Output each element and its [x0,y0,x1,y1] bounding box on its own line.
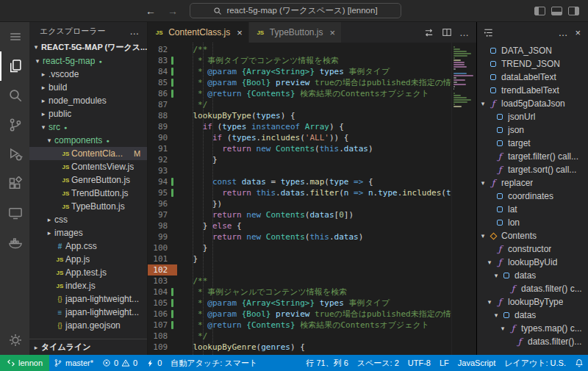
activity-search[interactable] [0,81,29,110]
git-branch-item[interactable]: master* [49,355,98,371]
outline-item-trendlabeltext[interactable]: trendLabelText [477,84,588,97]
outline-item-json[interactable]: json [477,123,588,137]
outline-item-lookupbyuid[interactable]: ▾ƒlookupByUid [477,256,588,269]
tree-item-vscode[interactable]: ▸.vscode [29,68,147,81]
close-icon[interactable]: × [330,28,336,37]
outline-item-datas-filter-c[interactable]: ƒdatas.filter() c... [477,282,588,295]
outline-item-lookupbytype[interactable]: ▾ƒlookupByType [477,295,588,309]
tree-item-contentcla[interactable]: JSContentCla...M [29,147,147,160]
tree-item-build[interactable]: ▸build [29,81,147,94]
tab-contentclass-js[interactable]: JS ContentClass.js × [148,22,248,43]
outline-item-replacer[interactable]: ▾ƒreplacer [477,176,588,190]
split-editor-icon[interactable] [442,27,452,37]
activity-run-debug[interactable] [0,140,29,169]
tree-item-app-css[interactable]: #App.css [29,239,147,253]
encoding-item[interactable]: UTF-8 [404,355,435,371]
settings-button[interactable] [0,325,29,355]
indentation-item[interactable]: スペース: 2 [353,355,404,371]
ports-item[interactable]: 0 [142,355,166,371]
toggle-primary-sidebar-button[interactable] [534,7,545,15]
outline-item-types-map-c[interactable]: ▾ƒtypes.map() c... [477,322,588,335]
workspace-root-header[interactable]: ▾ REACT-5G-MAP (ワークス... [29,40,147,54]
timeline-section-header[interactable]: ▸ タイムライン [29,339,147,355]
line-number[interactable]: 96 [148,198,177,209]
line-number[interactable]: 88 [148,110,177,121]
line-number[interactable]: 84 [148,66,177,77]
open-changes-icon[interactable] [423,27,434,38]
tree-item-public[interactable]: ▸public [29,107,147,120]
line-number[interactable]: 83 [148,55,177,66]
activity-explorer[interactable] [0,51,29,81]
command-center[interactable]: react-5g-map (ワークスペース) [lennon] [190,3,401,18]
line-number[interactable]: 95 [148,187,177,198]
outline-item-data-json[interactable]: DATA_JSON [477,44,588,57]
outline-item-lon[interactable]: lon [477,216,588,229]
line-number[interactable]: 94 [148,176,177,187]
minimap[interactable] [451,43,476,355]
tree-item-components[interactable]: ▾components● [29,134,147,147]
problems-item[interactable]: 0 0 [98,355,142,371]
notifications-bell[interactable] [570,355,588,371]
line-number[interactable]: 87 [148,99,177,110]
tree-item-app-test-js[interactable]: JSApp.test.js [29,266,147,279]
outline-item-datas-filter[interactable]: ƒdatas.filter()... [477,335,588,348]
outline-item-trend-json[interactable]: TREND_JSON [477,57,588,71]
line-number[interactable]: 105 [148,298,177,309]
cursor-position-item[interactable]: 行 71、列 6 [301,355,352,371]
line-number[interactable]: 106 [148,309,177,320]
tab-typebutton-js[interactable]: JS TypeButton.js × [249,22,341,43]
line-number[interactable]: 102 [148,264,177,275]
line-number[interactable]: 108 [148,331,177,342]
outline-item-datas[interactable]: ▾datas [477,309,588,322]
line-number[interactable]: 109 [148,342,177,353]
auto-attach-item[interactable]: 自動アタッチ: スマート [166,355,262,371]
outline-item-jsonurl[interactable]: jsonUrl [477,110,588,123]
outline-item-datalabeltext[interactable]: dataLabelText [477,71,588,84]
tree-item-src[interactable]: ▾src● [29,120,147,134]
more-actions-icon[interactable]: … [459,27,469,38]
line-number[interactable]: 98 [148,220,177,231]
gutter[interactable]: 8283848586878889909192939495969798991001… [148,43,177,355]
line-number[interactable]: 104 [148,287,177,298]
activity-docker[interactable] [0,228,29,257]
outline-item-constructor[interactable]: ƒconstructor [477,242,588,256]
toggle-panel-button[interactable] [551,7,562,15]
outline-item-target-sort-call[interactable]: ƒtarget.sort() call... [477,163,588,176]
editor[interactable]: 8283848586878889909192939495969798991001… [148,43,476,355]
tree-item-css[interactable]: ▸css [29,213,147,226]
line-number[interactable]: 86 [148,88,177,99]
history-forward-button[interactable]: → [168,6,178,16]
tree-item-images[interactable]: ▸images [29,226,147,239]
line-number[interactable]: 97 [148,209,177,220]
tree-item-index-js[interactable]: JSindex.js [29,279,147,292]
toggle-secondary-sidebar-button[interactable] [568,7,579,15]
close-icon[interactable]: × [237,28,243,37]
tree-item-node-modules[interactable]: ▸node_modules [29,94,147,107]
activity-extensions[interactable] [0,169,29,198]
line-number[interactable]: 90 [148,132,177,143]
outline-item-target-filter-call[interactable]: ƒtarget.filter() call... [477,150,588,163]
outline-item-contents[interactable]: ▾Contents [477,229,588,242]
tree-item-app-js[interactable]: JSApp.js [29,253,147,266]
tree-item-japan-lightweight[interactable]: {}japan-lightweight... [29,292,147,306]
tree-item-trendbutton-js[interactable]: JSTrendButton.js [29,187,147,200]
eol-item[interactable]: LF [435,355,453,371]
keyboard-layout-item[interactable]: レイアウト: U.S. [500,355,570,371]
tree-item-japan-lightweight[interactable]: ≡japan-lightweight... [29,306,147,319]
tree-item-japan-geojson[interactable]: {}japan.geojson [29,319,147,332]
line-number[interactable]: 99 [148,231,177,242]
code-area[interactable]: /** * 事例タイプでコンテンツ情報を検索 * @param {Array<S… [177,43,451,355]
outline-item-load5gdatajson[interactable]: ▾ƒload5gDataJson [477,97,588,110]
activity-remote-explorer[interactable] [0,198,29,228]
tree-item-genrebutton-js[interactable]: JSGenreButton.js [29,173,147,187]
more-actions-icon[interactable]: … [558,28,567,37]
tree-item-contentsview-js[interactable]: JSContentsView.js [29,160,147,173]
line-number[interactable]: 82 [148,44,177,55]
language-mode-item[interactable]: JavaScript [453,355,500,371]
outline-item-target[interactable]: target [477,137,588,150]
line-number[interactable]: 89 [148,121,177,132]
more-actions-icon[interactable]: … [129,26,140,37]
tree-item-react-5g-map[interactable]: ▾react-5g-map● [29,54,147,68]
menu-button[interactable] [0,22,29,51]
tree-item-typebutton-js[interactable]: JSTypeButton.js [29,200,147,213]
